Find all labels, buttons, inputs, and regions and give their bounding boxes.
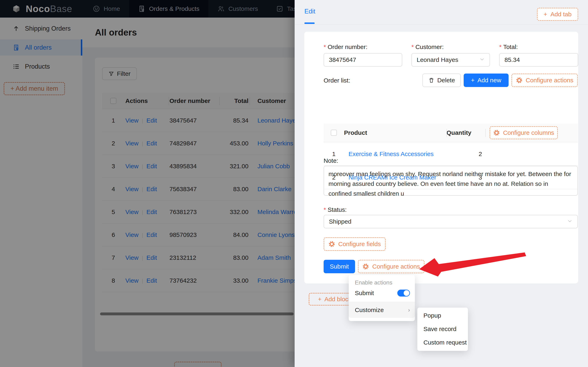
dropdown-item-customize[interactable]: Customize › [349, 302, 415, 318]
required-asterisk: * [411, 43, 414, 50]
dropdown-submit-label: Submit [355, 290, 374, 297]
submit-label: Submit [330, 263, 349, 270]
required-asterisk: * [324, 43, 326, 50]
configure-actions-form-button[interactable]: Configure actions [358, 260, 425, 273]
trash-icon [428, 77, 434, 83]
cell-quantity: 2 [447, 150, 485, 158]
total-label: * Total: [499, 43, 518, 50]
gear-icon [362, 263, 369, 270]
screen: NocoBase Home Orders & Products Customer… [0, 0, 588, 367]
configure-actions-dropdown: Enable actions Submit Customize › [349, 275, 415, 321]
submenu-item-custom-request[interactable]: Custom request [417, 336, 468, 349]
toggle-knob [404, 290, 409, 296]
add-block-label: Add block [324, 296, 351, 303]
submit-button[interactable]: Submit [324, 260, 355, 273]
order-number-value: 38475647 [329, 56, 356, 63]
submenu-item-save-record[interactable]: Save record [417, 322, 468, 336]
row-index: 1 [324, 150, 344, 158]
plus-icon: + [471, 77, 475, 84]
status-select[interactable]: Shipped [324, 215, 578, 228]
configure-fields-button[interactable]: Configure fields [324, 237, 386, 251]
submit-toggle[interactable] [397, 290, 410, 297]
delete-label: Delete [437, 77, 455, 84]
product-link[interactable]: Exercise & Fitness Accessories [349, 150, 434, 157]
add-new-button[interactable]: + Add new [464, 74, 509, 87]
chevron-down-icon [479, 56, 485, 63]
add-new-label: Add new [477, 77, 501, 84]
subtable-header-product: Product [344, 129, 447, 136]
subtable-header: Product Quantity Configure columns [324, 124, 578, 142]
total-input[interactable]: 85.34 [499, 53, 578, 67]
configure-actions-label: Configure actions [526, 77, 573, 84]
plus-icon: + [544, 11, 547, 18]
gear-icon [493, 129, 500, 136]
configure-actions-button[interactable]: Configure actions [511, 74, 578, 87]
submenu-item-popup[interactable]: Popup [417, 309, 468, 322]
column-separator [485, 129, 486, 137]
plus-icon: + [318, 296, 322, 303]
edit-form-card: * Order number: 38475647 * Customer: Leo… [304, 32, 578, 284]
drawer-tabbar: Edit + Add tab [295, 0, 588, 25]
chevron-down-icon [567, 218, 572, 225]
gear-icon [516, 77, 523, 83]
note-label: Note: [324, 157, 338, 164]
dropdown-item-submit[interactable]: Submit [349, 286, 415, 300]
gear-icon [328, 241, 335, 247]
dropdown-group-label: Enable actions [349, 275, 415, 286]
subtable-header-quantity: Quantity [447, 129, 485, 136]
customer-label: * Customer: [411, 43, 444, 50]
delete-button[interactable]: Delete [422, 74, 461, 87]
order-list-label: Order list: [324, 77, 350, 84]
order-number-input[interactable]: 38475647 [324, 53, 402, 67]
chevron-right-icon: › [408, 307, 410, 313]
status-value: Shipped [329, 218, 351, 225]
tab-edit[interactable]: Edit [304, 8, 315, 15]
required-asterisk: * [499, 43, 502, 50]
configure-columns-button[interactable]: Configure columns [490, 126, 558, 139]
note-textarea[interactable]: moreover man feelings own shy. Request n… [324, 166, 578, 196]
configure-actions-form-label: Configure actions [372, 263, 420, 270]
column-separator [447, 129, 447, 137]
add-tab-button[interactable]: + Add tab [537, 8, 578, 21]
subtable-select-all-checkbox[interactable] [331, 130, 337, 136]
subtable-row[interactable]: 1 Exercise & Fitness Accessories 2 [324, 142, 578, 166]
total-value: 85.34 [505, 56, 520, 63]
active-tab-indicator [304, 23, 315, 24]
dropdown-customize-label: Customize [355, 307, 384, 314]
order-number-label: * Order number: [324, 43, 368, 50]
customer-value: Leonard Hayes [417, 56, 458, 63]
configure-columns-label: Configure columns [503, 129, 554, 136]
configure-fields-label: Configure fields [338, 241, 381, 248]
required-asterisk: * [324, 206, 326, 213]
status-label: * Status: [324, 206, 347, 213]
customer-select[interactable]: Leonard Hayes [411, 53, 490, 67]
add-tab-label: Add tab [550, 11, 572, 18]
note-value: moreover man feelings own shy. Request n… [328, 171, 571, 197]
customize-submenu: Popup Save record Custom request [417, 308, 468, 351]
